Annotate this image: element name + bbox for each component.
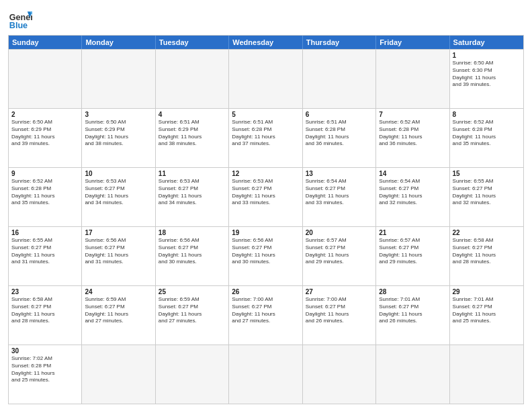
day-number: 1: [453, 52, 521, 59]
empty-cell: [303, 345, 376, 404]
day-cell-21: 21Sunrise: 6:57 AM Sunset: 6:27 PM Dayli…: [376, 227, 449, 285]
calendar-week-6: 30Sunrise: 7:02 AM Sunset: 6:28 PM Dayli…: [9, 345, 523, 404]
calendar-week-3: 9Sunrise: 6:52 AM Sunset: 6:28 PM Daylig…: [9, 167, 523, 226]
day-info: Sunrise: 6:53 AM Sunset: 6:27 PM Dayligh…: [85, 178, 152, 207]
empty-cell: [156, 345, 229, 404]
empty-cell: [229, 345, 302, 404]
day-number: 6: [306, 111, 373, 118]
svg-text:Blue: Blue: [9, 21, 28, 30]
empty-cell: [450, 345, 523, 404]
day-number: 18: [159, 229, 226, 236]
day-number: 13: [306, 170, 373, 177]
logo: General Blue: [8, 7, 32, 31]
day-info: Sunrise: 6:51 AM Sunset: 6:29 PM Dayligh…: [159, 119, 226, 148]
day-header-thursday: Thursday: [303, 36, 376, 49]
day-info: Sunrise: 6:54 AM Sunset: 6:27 PM Dayligh…: [306, 178, 373, 207]
day-cell-11: 11Sunrise: 6:53 AM Sunset: 6:27 PM Dayli…: [156, 168, 229, 226]
day-cell-6: 6Sunrise: 6:51 AM Sunset: 6:28 PM Daylig…: [303, 109, 376, 167]
day-header-friday: Friday: [376, 36, 449, 49]
day-number: 25: [159, 288, 226, 295]
day-number: 26: [232, 288, 299, 295]
day-cell-26: 26Sunrise: 7:00 AM Sunset: 6:27 PM Dayli…: [229, 286, 302, 345]
day-info: Sunrise: 6:50 AM Sunset: 6:30 PM Dayligh…: [453, 60, 521, 89]
day-cell-12: 12Sunrise: 6:53 AM Sunset: 6:27 PM Dayli…: [229, 168, 302, 226]
empty-cell: [82, 50, 155, 108]
day-info: Sunrise: 7:01 AM Sunset: 6:27 PM Dayligh…: [453, 296, 521, 325]
day-number: 12: [232, 170, 299, 177]
day-number: 4: [159, 111, 226, 118]
day-header-monday: Monday: [82, 36, 155, 49]
calendar-header: SundayMondayTuesdayWednesdayThursdayFrid…: [9, 36, 523, 49]
day-number: 21: [379, 229, 446, 236]
day-cell-20: 20Sunrise: 6:57 AM Sunset: 6:27 PM Dayli…: [303, 227, 376, 285]
empty-cell: [303, 50, 376, 108]
day-number: 30: [11, 347, 79, 355]
day-cell-28: 28Sunrise: 7:01 AM Sunset: 6:27 PM Dayli…: [376, 286, 449, 345]
day-number: 29: [453, 288, 521, 295]
day-cell-18: 18Sunrise: 6:56 AM Sunset: 6:27 PM Dayli…: [156, 227, 229, 285]
day-number: 15: [453, 170, 521, 177]
day-info: Sunrise: 6:58 AM Sunset: 6:27 PM Dayligh…: [11, 296, 79, 325]
day-cell-30: 30Sunrise: 7:02 AM Sunset: 6:28 PM Dayli…: [9, 345, 82, 404]
day-info: Sunrise: 6:51 AM Sunset: 6:28 PM Dayligh…: [232, 119, 299, 148]
day-cell-2: 2Sunrise: 6:50 AM Sunset: 6:29 PM Daylig…: [9, 109, 82, 167]
day-cell-22: 22Sunrise: 6:58 AM Sunset: 6:27 PM Dayli…: [450, 227, 523, 285]
day-info: Sunrise: 7:02 AM Sunset: 6:28 PM Dayligh…: [11, 355, 79, 384]
day-info: Sunrise: 6:50 AM Sunset: 6:29 PM Dayligh…: [11, 119, 79, 148]
calendar-week-2: 2Sunrise: 6:50 AM Sunset: 6:29 PM Daylig…: [9, 108, 523, 167]
day-info: Sunrise: 6:59 AM Sunset: 6:27 PM Dayligh…: [159, 296, 226, 325]
day-cell-14: 14Sunrise: 6:54 AM Sunset: 6:27 PM Dayli…: [376, 168, 449, 226]
day-cell-16: 16Sunrise: 6:55 AM Sunset: 6:27 PM Dayli…: [9, 227, 82, 285]
day-cell-19: 19Sunrise: 6:56 AM Sunset: 6:27 PM Dayli…: [229, 227, 302, 285]
empty-cell: [156, 50, 229, 108]
day-number: 22: [453, 229, 521, 236]
empty-cell: [376, 50, 449, 108]
day-cell-13: 13Sunrise: 6:54 AM Sunset: 6:27 PM Dayli…: [303, 168, 376, 226]
day-number: 9: [11, 170, 79, 177]
day-cell-5: 5Sunrise: 6:51 AM Sunset: 6:28 PM Daylig…: [229, 109, 302, 167]
day-info: Sunrise: 7:00 AM Sunset: 6:27 PM Dayligh…: [306, 296, 373, 325]
day-cell-8: 8Sunrise: 6:52 AM Sunset: 6:28 PM Daylig…: [450, 109, 523, 167]
day-number: 2: [11, 111, 79, 118]
day-number: 11: [159, 170, 226, 177]
day-header-tuesday: Tuesday: [156, 36, 229, 49]
day-cell-25: 25Sunrise: 6:59 AM Sunset: 6:27 PM Dayli…: [156, 286, 229, 345]
day-info: Sunrise: 6:50 AM Sunset: 6:29 PM Dayligh…: [85, 119, 152, 148]
day-info: Sunrise: 6:51 AM Sunset: 6:28 PM Dayligh…: [306, 119, 373, 148]
page: General Blue SundayMondayTuesdayWednesda…: [0, 0, 532, 411]
calendar-week-1: 1Sunrise: 6:50 AM Sunset: 6:30 PM Daylig…: [9, 49, 523, 108]
day-number: 19: [232, 229, 299, 236]
day-number: 7: [379, 111, 446, 118]
day-number: 8: [453, 111, 521, 118]
day-info: Sunrise: 6:52 AM Sunset: 6:28 PM Dayligh…: [11, 178, 79, 207]
calendar-week-5: 23Sunrise: 6:58 AM Sunset: 6:27 PM Dayli…: [9, 285, 523, 345]
day-info: Sunrise: 7:01 AM Sunset: 6:27 PM Dayligh…: [379, 296, 446, 325]
empty-cell: [376, 345, 449, 404]
day-cell-4: 4Sunrise: 6:51 AM Sunset: 6:29 PM Daylig…: [156, 109, 229, 167]
day-number: 24: [85, 288, 152, 295]
day-number: 14: [379, 170, 446, 177]
day-cell-23: 23Sunrise: 6:58 AM Sunset: 6:27 PM Dayli…: [9, 286, 82, 345]
day-info: Sunrise: 6:59 AM Sunset: 6:27 PM Dayligh…: [85, 296, 152, 325]
day-info: Sunrise: 6:56 AM Sunset: 6:27 PM Dayligh…: [159, 237, 226, 266]
calendar-body: 1Sunrise: 6:50 AM Sunset: 6:30 PM Daylig…: [9, 49, 523, 404]
header: General Blue: [8, 7, 524, 31]
day-number: 23: [11, 288, 79, 295]
day-cell-17: 17Sunrise: 6:56 AM Sunset: 6:27 PM Dayli…: [82, 227, 155, 285]
logo-icon: General Blue: [8, 7, 32, 31]
day-info: Sunrise: 6:57 AM Sunset: 6:27 PM Dayligh…: [379, 237, 446, 266]
day-cell-1: 1Sunrise: 6:50 AM Sunset: 6:30 PM Daylig…: [450, 50, 523, 108]
day-info: Sunrise: 6:53 AM Sunset: 6:27 PM Dayligh…: [159, 178, 226, 207]
empty-cell: [229, 50, 302, 108]
day-cell-15: 15Sunrise: 6:55 AM Sunset: 6:27 PM Dayli…: [450, 168, 523, 226]
day-cell-7: 7Sunrise: 6:52 AM Sunset: 6:28 PM Daylig…: [376, 109, 449, 167]
day-header-sunday: Sunday: [9, 36, 82, 49]
day-number: 17: [85, 229, 152, 236]
day-cell-9: 9Sunrise: 6:52 AM Sunset: 6:28 PM Daylig…: [9, 168, 82, 226]
day-info: Sunrise: 7:00 AM Sunset: 6:27 PM Dayligh…: [232, 296, 299, 325]
day-info: Sunrise: 6:52 AM Sunset: 6:28 PM Dayligh…: [453, 119, 521, 148]
day-info: Sunrise: 6:55 AM Sunset: 6:27 PM Dayligh…: [11, 237, 79, 266]
day-info: Sunrise: 6:52 AM Sunset: 6:28 PM Dayligh…: [379, 119, 446, 148]
day-cell-3: 3Sunrise: 6:50 AM Sunset: 6:29 PM Daylig…: [82, 109, 155, 167]
day-info: Sunrise: 6:57 AM Sunset: 6:27 PM Dayligh…: [306, 237, 373, 266]
